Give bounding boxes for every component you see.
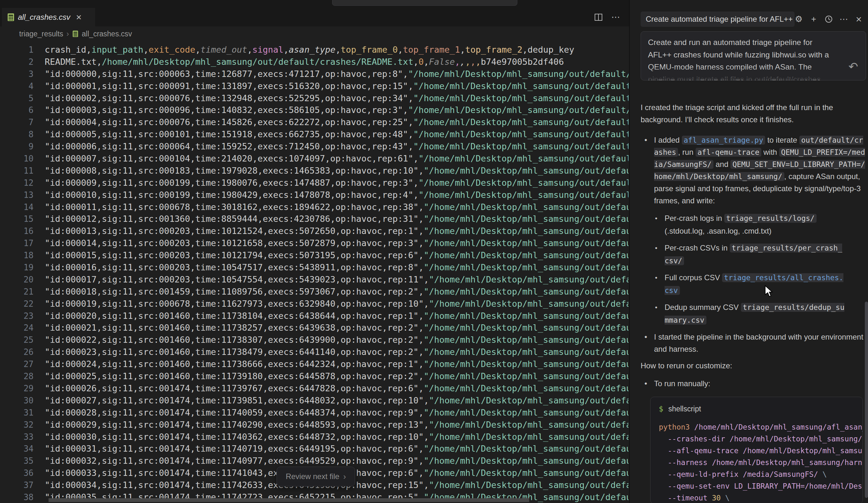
csv-line[interactable]: 21"id:000018,sig:11,src:001459,time:1108…	[0, 286, 629, 298]
howto-heading: How to rerun or customize:	[641, 360, 866, 372]
line-number: 7	[0, 116, 33, 129]
line-number: 38	[0, 492, 33, 503]
breadcrumb-file[interactable]: all_crashes.csv	[82, 30, 132, 38]
chat-session-title[interactable]: Create automated triage pipeline for AFL…	[641, 11, 795, 27]
csv-line[interactable]: 15"id:000012,sig:11,src:001360,time:8859…	[0, 213, 629, 225]
new-chat-plus-icon[interactable]: +	[809, 15, 818, 24]
settings-gear-icon[interactable]: ⚙	[794, 15, 804, 24]
csv-line[interactable]: 23"id:000020,sig:11,src:001460,time:1173…	[0, 310, 629, 322]
tab-label: all_crashes.csv	[18, 13, 70, 22]
csv-line[interactable]: 32"id:000029,sig:11,src:001474,time:1174…	[0, 419, 629, 431]
csv-line[interactable]: 14"id:000011,sig:11,src:000678,time:3018…	[0, 201, 629, 213]
csv-line[interactable]: 17"id:000014,sig:11,src:000203,time:1012…	[0, 237, 629, 249]
editor-lines: 1crash_id,input_path,exit_code,timed_out…	[0, 44, 629, 503]
csv-line[interactable]: 20"id:000017,sig:11,src:000203,time:1054…	[0, 273, 629, 286]
list-item: Full corpus CSV triage_results/all_crash…	[654, 271, 866, 297]
code-line: --qemu-set-env LD_LIBRARY_PATH=/home/mhl…	[659, 480, 862, 492]
user-prompt-message: Create and run an automated triage pipel…	[641, 31, 866, 81]
more-actions-icon[interactable]: ⋯	[839, 15, 848, 24]
vertical-scrollbar[interactable]	[865, 302, 868, 498]
review-next-file-label: Review next file	[286, 472, 340, 481]
editor-more-actions-icon[interactable]: ⋯	[611, 13, 620, 22]
csv-line[interactable]: 6"id:000003,sig:11,src:000096,time:14083…	[0, 104, 629, 116]
list-item: Dedup summary CSV triage_results/dedup_s…	[654, 301, 866, 326]
line-number: 37	[0, 479, 33, 492]
shell-prompt-icon: $	[659, 403, 663, 415]
line-number: 20	[0, 274, 33, 286]
history-icon[interactable]	[824, 15, 834, 24]
csv-line[interactable]: 3"id:000000,sig:11,src:000063,time:12687…	[0, 68, 629, 80]
split-editor-icon[interactable]	[594, 13, 603, 22]
horizontal-scrollbar[interactable]	[49, 498, 529, 502]
line-number: 33	[0, 431, 33, 443]
line-number: 4	[0, 81, 33, 93]
list-item: I started the pipeline in the background…	[641, 331, 866, 355]
undo-restore-icon[interactable]: ↶	[848, 61, 858, 72]
csv-file-icon	[72, 30, 79, 38]
line-number: 27	[0, 358, 33, 370]
close-panel-icon[interactable]: ×	[854, 15, 864, 24]
line-number: 18	[0, 250, 33, 262]
assistant-bullet-list: To run manually:	[641, 378, 866, 390]
csv-line[interactable]: 30"id:000027,sig:11,src:001474,time:1173…	[0, 395, 629, 407]
csv-line[interactable]: 10"id:000007,sig:11,src:000104,time:2140…	[0, 153, 629, 165]
line-number: 26	[0, 346, 33, 358]
breadcrumb: triage_results › all_crashes.csv	[19, 28, 132, 40]
line-number: 16	[0, 225, 33, 238]
mouse-cursor	[764, 285, 775, 298]
line-number: 25	[0, 334, 33, 346]
code-lines: python3 /home/mhl/Desktop/mhl_samsung/af…	[651, 417, 862, 503]
csv-line[interactable]: 18"id:000015,sig:11,src:000203,time:1012…	[0, 249, 629, 261]
prompt-fade-overlay	[641, 67, 866, 80]
line-number: 32	[0, 419, 33, 431]
line-number: 36	[0, 467, 33, 479]
breadcrumb-folder[interactable]: triage_results	[19, 30, 63, 38]
line-number: 35	[0, 455, 33, 467]
list-item: To run manually:	[641, 378, 866, 390]
line-number: 1	[0, 44, 33, 56]
csv-line[interactable]: 28"id:000025,sig:11,src:001460,time:1173…	[0, 370, 629, 383]
csv-line[interactable]: 16"id:000013,sig:11,src:000203,time:1012…	[0, 225, 629, 237]
assistant-message: I created the triage script and kicked o…	[641, 102, 866, 503]
csv-line[interactable]: 31"id:000028,sig:11,src:001474,time:1174…	[0, 407, 629, 419]
chevron-right-icon: ›	[343, 472, 346, 482]
line-number: 28	[0, 370, 33, 383]
csv-line[interactable]: 5"id:000002,sig:11,src:000076,time:13294…	[0, 92, 629, 104]
csv-line[interactable]: 8"id:000005,sig:11,src:000101,time:15191…	[0, 128, 629, 140]
csv-line[interactable]: 24"id:000021,sig:11,src:001460,time:1173…	[0, 322, 629, 334]
csv-line[interactable]: 22"id:000019,sig:11,src:000678,time:1162…	[0, 298, 629, 310]
csv-line[interactable]: 33"id:000030,sig:11,src:001474,time:1174…	[0, 431, 629, 443]
line-number: 9	[0, 141, 33, 153]
code-line: --timeout 30 \	[659, 492, 862, 503]
csv-line[interactable]: 11"id:000008,sig:11,src:000183,time:1979…	[0, 165, 629, 177]
csv-line[interactable]: 1crash_id,input_path,exit_code,timed_out…	[0, 44, 629, 56]
csv-line[interactable]: 35"id:000032,sig:11,src:001474,time:1174…	[0, 455, 629, 467]
csv-line[interactable]: 19"id:000016,sig:11,src:000203,time:1054…	[0, 261, 629, 273]
list-item: Per-crash CSVs in triage_results/per_cra…	[654, 242, 866, 267]
line-number: 24	[0, 322, 33, 334]
csv-line[interactable]: 7"id:000004,sig:11,src:000076,time:14582…	[0, 116, 629, 128]
csv-line[interactable]: 26"id:000023,sig:11,src:001460,time:1173…	[0, 346, 629, 358]
shell-code-block: $ shellscript python3 /home/mhl/Desktop/…	[650, 397, 863, 503]
csv-line[interactable]: 4"id:000001,sig:11,src:000091,time:13189…	[0, 80, 629, 92]
list-item: I added afl_asan_triage.py to iterate ou…	[641, 134, 866, 326]
csv-line[interactable]: 27"id:000024,sig:11,src:001460,time:1173…	[0, 358, 629, 370]
command-center-searchbox[interactable]	[332, 0, 517, 6]
line-number: 3	[0, 68, 33, 81]
csv-line[interactable]: 13"id:000010,sig:11,src:000199,time:1980…	[0, 189, 629, 201]
tab-close-icon[interactable]: ×	[75, 12, 83, 22]
code-line: --qemu-ld-prefix /media/SamsungFS/ \	[659, 469, 862, 480]
csv-line[interactable]: 2README.txt,/home/mhl/Desktop/mhl_samsun…	[0, 56, 629, 68]
code-line: --harness /home/mhl/Desktop/mhl_samsung/…	[659, 457, 862, 469]
breadcrumb-chevron-icon: ›	[66, 29, 69, 38]
review-next-file-button[interactable]: Review next file ›	[277, 467, 355, 486]
csv-line[interactable]: 29"id:000026,sig:11,src:001474,time:1173…	[0, 383, 629, 395]
csv-line[interactable]: 34"id:000031,sig:11,src:001474,time:1174…	[0, 443, 629, 455]
csv-line[interactable]: 12"id:000009,sig:11,src:000199,time:1980…	[0, 177, 629, 189]
assistant-bullet-list: I added afl_asan_triage.py to iterate ou…	[641, 134, 866, 355]
csv-line[interactable]: 25"id:000022,sig:11,src:001460,time:1173…	[0, 334, 629, 346]
line-number: 8	[0, 129, 33, 141]
line-number: 10	[0, 153, 33, 165]
csv-line[interactable]: 9"id:000006,sig:11,src:000064,time:15925…	[0, 140, 629, 153]
tab-all-crashes-csv[interactable]: all_crashes.csv ×	[2, 8, 95, 27]
